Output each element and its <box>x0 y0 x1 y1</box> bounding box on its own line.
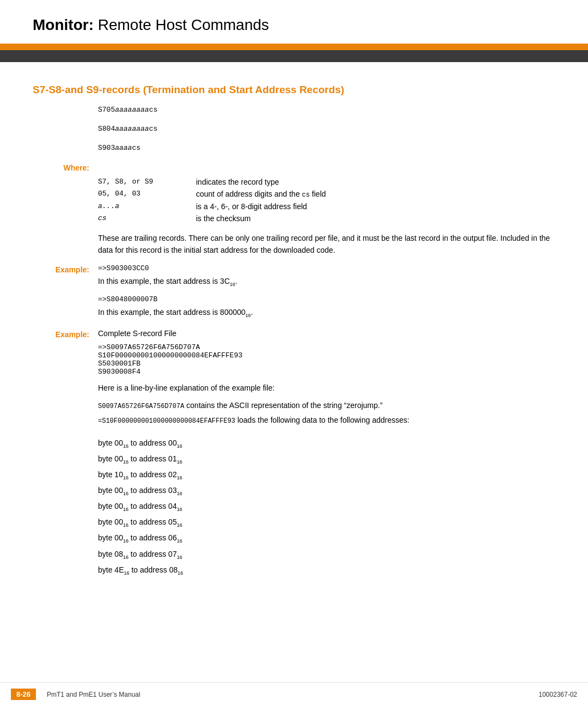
s0-desc-block: S0097A65726F6A756D707A contains the ASCI… <box>98 401 555 410</box>
example1-text: In this example, the start address is 3C… <box>98 276 555 289</box>
ex3-code-line-3: S5030001FB <box>98 360 555 368</box>
s10-desc: loads the following data to the followin… <box>237 416 409 424</box>
example1-code: =>S903003CC0 <box>98 264 555 272</box>
def-row-3: a...a is a 4-, 6-, or 8-digit address fi… <box>33 202 555 211</box>
def-row-4: cs is the checksum <box>33 214 555 223</box>
def-desc-2: count of address digits and the cs field <box>196 190 326 199</box>
s0-inline: S0097A65726F6A756D707A <box>98 403 184 410</box>
ex3-code-line-1: =>S0097A65726F6A756D707A <box>98 343 555 351</box>
s0-desc: contains the ASCII representation of the… <box>186 401 382 410</box>
s10-desc-block: =S10F000000001000000000084EFAFFFE93 load… <box>98 416 555 425</box>
s10-inline: =S10F000000001000000000084EFAFFFE93 <box>98 417 235 425</box>
def-term-2: 05, 04, 03 <box>98 190 196 199</box>
ex3-code-line-2: S10F000000001000000000084EFAFFFE93 <box>98 351 555 360</box>
byte-line-2: byte 0016 to address 0116 <box>33 453 555 466</box>
def-term-4: cs <box>98 214 196 223</box>
footer-page: 8-26 <box>11 689 36 700</box>
footer-manual: PmT1 and PmE1 User’s Manual <box>47 691 140 698</box>
example3-code-block: =>S0097A65726F6A756D707A S10F00000000100… <box>98 343 555 376</box>
example1-label: Example: <box>33 264 98 274</box>
where-row: Where: <box>33 163 555 172</box>
syntax-code-block: S705aaaaaaaacs S804aaaaaaaacs S903aaaacs <box>33 105 555 154</box>
code-line-1: S705aaaaaaaacs <box>98 105 555 116</box>
orange-bar <box>0 44 588 50</box>
byte-line-4: byte 0016 to address 0316 <box>33 484 555 498</box>
section-heading: S7-S8-and S9-records (Termination and St… <box>33 84 555 96</box>
def-row-2: 05, 04, 03 count of address digits and t… <box>33 190 555 199</box>
example1-content: =>S903003CC0 In this example, the start … <box>98 264 555 326</box>
def-term-3: a...a <box>98 202 196 211</box>
byte-line-1: byte 0016 to address 0016 <box>33 437 555 451</box>
main-content: S7-S8-and S9-records (Termination and St… <box>0 62 588 601</box>
example2-text: In this example, the start address is 80… <box>98 307 555 320</box>
def-desc-4: is the checksum <box>196 214 250 223</box>
code-line-3: S903aaaacs <box>98 143 555 154</box>
title-text: Remote Host Commands <box>98 16 269 33</box>
def-desc-1: indicates the record type <box>196 178 279 186</box>
example3-content: Complete S-record File =>S0097A65726F6A7… <box>98 329 555 433</box>
page-title: Monitor: Remote Host Commands <box>33 16 555 34</box>
ex3-code-line-4: S9030008F4 <box>98 368 555 376</box>
footer-doc: 10002367-02 <box>538 691 577 698</box>
example3-row: Example: Complete S-record File =>S0097A… <box>33 329 555 433</box>
byte-line-7: byte 0016 to address 0616 <box>33 532 555 545</box>
title-bold: Monitor: <box>33 16 94 33</box>
def-row-1: S7, S8, or S9 indicates the record type <box>33 178 555 186</box>
def-term-1: S7, S8, or S9 <box>98 178 196 186</box>
dark-bar <box>0 50 588 62</box>
footer: 8-26 PmT1 and PmE1 User’s Manual 1000236… <box>0 682 588 706</box>
byte-line-3: byte 1016 to address 0216 <box>33 468 555 482</box>
byte-line-5: byte 0016 to address 0416 <box>33 500 555 514</box>
code-line-2: S804aaaaaaaacs <box>98 124 555 135</box>
example3-title: Complete S-record File <box>98 329 555 338</box>
where-label: Where: <box>33 163 98 172</box>
byte-line-6: byte 0016 to address 0516 <box>33 516 555 530</box>
byte-line-8: byte 0816 to address 0716 <box>33 548 555 562</box>
example1-row: Example: =>S903003CC0 In this example, t… <box>33 264 555 326</box>
byte-line-9: byte 4E16 to address 0816 <box>33 564 555 577</box>
line-explanation: Here is a line-by-line explanation of th… <box>98 382 555 394</box>
body-text-1: These are trailing records. There can be… <box>33 233 555 256</box>
header: Monitor: Remote Host Commands <box>0 0 588 62</box>
example3-label: Example: <box>33 329 98 339</box>
def-desc-3: is a 4-, 6-, or 8-digit address field <box>196 202 307 211</box>
example2-code: =>S8048000007B <box>98 295 555 303</box>
